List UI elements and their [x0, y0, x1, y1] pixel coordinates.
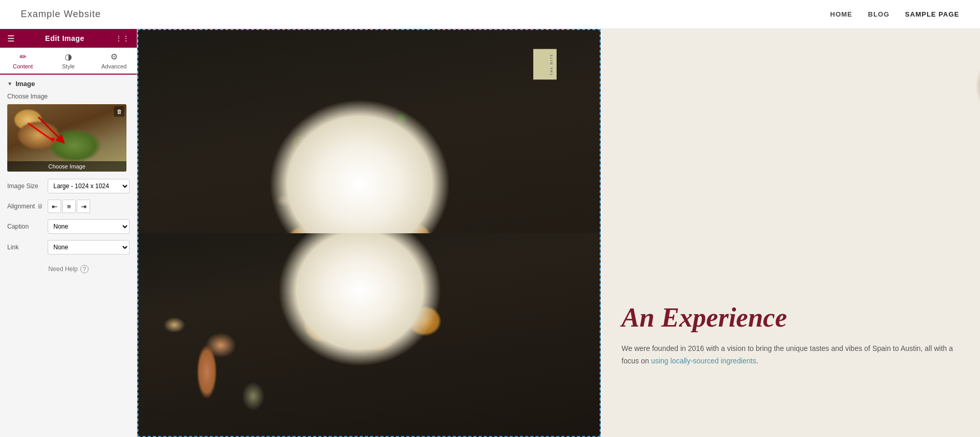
- help-icon[interactable]: ?: [80, 265, 89, 273]
- tab-advanced[interactable]: ⚙ Advanced: [91, 48, 137, 74]
- style-tab-label: Style: [62, 63, 75, 69]
- sidebar-tabs: ✏ Content ◑ Style ⚙ Advanced: [0, 48, 137, 75]
- delete-image-button[interactable]: 🗑: [114, 106, 124, 117]
- image-size-select[interactable]: Large - 1024 x 1024: [48, 179, 130, 193]
- align-left-button[interactable]: ⇤: [48, 200, 61, 213]
- style-tab-icon: ◑: [65, 52, 72, 62]
- link-label: Link: [7, 244, 44, 251]
- image-preview-container[interactable]: Choose Image 🗑: [7, 104, 126, 172]
- align-center-button[interactable]: ≡: [62, 200, 76, 213]
- tab-content[interactable]: ✏ Content: [0, 48, 46, 75]
- link-row: Link None: [7, 240, 130, 255]
- image-section-label: Image: [16, 80, 35, 88]
- caption-row: Caption None: [7, 219, 130, 234]
- hamburger-icon[interactable]: ☰: [7, 34, 15, 44]
- bottom-food-section: [137, 233, 601, 438]
- caption-select[interactable]: None: [48, 219, 130, 234]
- content-tab-icon: ✏: [20, 52, 26, 62]
- experience-title: An Experience: [621, 303, 959, 332]
- sidebar: ☰ Edit Image ⋮⋮ ✏ Content ◑ Style ⚙ Adva…: [0, 29, 137, 437]
- tab-style[interactable]: ◑ Style: [46, 48, 91, 74]
- content-area: THE BITE An: [137, 29, 980, 437]
- choose-image-label: Choose Image: [7, 93, 130, 100]
- food-collage: THE BITE An: [137, 29, 980, 437]
- grid-icon[interactable]: ⋮⋮: [115, 34, 130, 43]
- sidebar-content: ▼ Image Choose Image: [0, 75, 137, 437]
- need-help-label: Need Help: [48, 265, 78, 273]
- menu-sign: THE BITE: [533, 49, 557, 80]
- need-help-section[interactable]: Need Help ?: [7, 265, 130, 284]
- bottom-plate-bg: [137, 233, 601, 438]
- align-right-button[interactable]: ⇥: [77, 200, 90, 213]
- site-title: Example Website: [21, 9, 101, 20]
- image-size-label: Image Size: [7, 182, 44, 190]
- nav-sample-page[interactable]: SAMPLE PAGE: [905, 10, 959, 18]
- alignment-buttons: ⇤ ≡ ⇥: [48, 200, 90, 213]
- image-size-row: Image Size Large - 1024 x 1024: [7, 179, 130, 193]
- sidebar-title: Edit Image: [45, 34, 84, 43]
- website-preview: THE BITE An: [137, 29, 980, 437]
- monitor-icon: 🖥: [37, 203, 43, 210]
- experience-description: We were founded in 2016 with a vision to…: [621, 343, 959, 368]
- nav-blog[interactable]: BLOG: [868, 10, 890, 18]
- nav-links: HOME BLOG SAMPLE PAGE: [830, 10, 959, 18]
- right-beige-area: [601, 29, 980, 233]
- locally-sourced-link[interactable]: using locally-sourced ingredients: [651, 357, 756, 365]
- link-select[interactable]: None: [48, 240, 130, 255]
- alignment-row: Alignment 🖥 ⇤ ≡ ⇥: [7, 200, 130, 213]
- alignment-label: Alignment 🖥: [7, 203, 44, 210]
- advanced-tab-label: Advanced: [102, 63, 127, 69]
- caption-label: Caption: [7, 223, 44, 230]
- image-section-title: ▼ Image: [7, 80, 130, 88]
- top-navigation: Example Website HOME BLOG SAMPLE PAGE: [0, 0, 980, 29]
- sidebar-header: ☰ Edit Image ⋮⋮: [0, 29, 137, 48]
- text-overlay: An Experience We were founded in 2016 wi…: [601, 233, 980, 438]
- main-layout: ☰ Edit Image ⋮⋮ ✏ Content ◑ Style ⚙ Adva…: [0, 29, 980, 437]
- nav-home[interactable]: HOME: [830, 10, 853, 18]
- content-tab-label: Content: [13, 63, 33, 69]
- advanced-tab-icon: ⚙: [110, 52, 118, 62]
- section-collapse-arrow[interactable]: ▼: [7, 81, 12, 87]
- choose-image-button[interactable]: Choose Image: [7, 161, 126, 172]
- right-plate-partial: [962, 39, 980, 133]
